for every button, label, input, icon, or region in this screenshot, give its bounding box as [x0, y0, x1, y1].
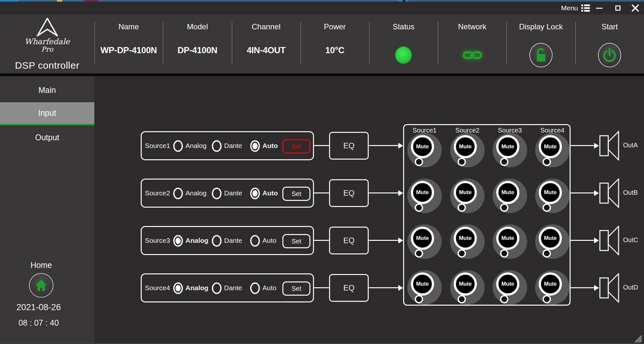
radio-label-auto: Auto [262, 227, 276, 254]
source1-radio-auto[interactable] [250, 140, 260, 152]
source3-set-button[interactable]: Set [282, 234, 310, 248]
display-lock-button[interactable] [529, 43, 553, 67]
mute-knob-face: Mute [411, 181, 434, 204]
connector-arrow [369, 285, 403, 291]
source2-radio-analog[interactable] [173, 188, 183, 199]
knob-pointer [458, 158, 466, 166]
knob-pointer [458, 295, 466, 303]
knob-pointer [415, 203, 423, 212]
minimize-icon [596, 8, 602, 9]
mute-knob-outA-source1[interactable]: Mute [407, 133, 442, 167]
source4-set-button[interactable]: Set [282, 281, 310, 296]
resize-grip[interactable] [634, 334, 642, 343]
wharfedale-chevron-icon [35, 17, 60, 37]
source2-eq-button[interactable]: EQ [329, 179, 369, 207]
speaker-icon [599, 131, 620, 161]
source-label: Source1 [145, 132, 170, 159]
source2-radio-auto[interactable] [250, 188, 260, 199]
home-button[interactable] [29, 273, 53, 298]
speaker-icon [599, 273, 620, 303]
mute-knob-outA-source2[interactable]: Mute [450, 133, 485, 167]
sidebar-item-input[interactable]: Input [0, 102, 94, 125]
mute-knob-outB-source1[interactable]: Mute [407, 179, 442, 213]
source1-radio-analog[interactable] [173, 140, 183, 152]
mute-knob-outA-source4[interactable]: Mute [535, 133, 570, 167]
mute-knob-face: Mute [539, 135, 562, 158]
output-label-outC: OutC [623, 236, 638, 244]
header-field-status: Status [369, 15, 438, 74]
source3-config-box: Source3 Analog Dante Auto Set [141, 226, 314, 255]
knob-pointer [543, 158, 551, 166]
title-bar: Menu [0, 2, 644, 15]
menu-list-icon [581, 5, 590, 12]
output-label-outA: OutA [623, 142, 638, 149]
radio-label-dante: Dante [224, 180, 242, 207]
channel-value: 4IN-4OUT [247, 45, 286, 55]
maximize-button[interactable] [614, 4, 622, 12]
mute-knob-face: Mute [454, 181, 477, 204]
network-button[interactable] [462, 42, 482, 68]
mute-knob-outA-source3[interactable]: Mute [493, 133, 527, 167]
header-divider [0, 74, 644, 76]
minimize-button[interactable] [595, 4, 603, 12]
source3-eq-button[interactable]: EQ [329, 227, 369, 254]
mute-knob-face: Mute [454, 272, 477, 296]
source4-eq-button[interactable]: EQ [329, 274, 369, 302]
mute-knob-face: Mute [496, 135, 519, 158]
connector-arrow [369, 238, 403, 243]
mute-knob-outD-source2[interactable]: Mute [450, 270, 485, 305]
field-label: Model [187, 22, 208, 31]
mute-knob-outC-source2[interactable]: Mute [450, 224, 485, 259]
menu-button[interactable]: Menu [561, 4, 590, 12]
mute-knob-outD-source4[interactable]: Mute [535, 270, 570, 305]
knob-pointer [500, 203, 508, 212]
mute-knob-outD-source3[interactable]: Mute [493, 270, 527, 305]
source-label: Source4 [145, 274, 170, 301]
field-label: Name [118, 22, 139, 31]
mute-knob-outC-source4[interactable]: Mute [535, 224, 570, 259]
time-text: 08 : 07 : 40 [0, 318, 77, 328]
source2-set-button[interactable]: Set [282, 187, 310, 201]
mute-knob-face: Mute [454, 227, 477, 250]
source4-radio-auto[interactable] [250, 282, 260, 294]
mute-knob-outB-source4[interactable]: Mute [535, 179, 570, 213]
mute-knob-face: Mute [539, 272, 562, 296]
source2-radio-dante[interactable] [212, 188, 222, 199]
source3-radio-analog[interactable] [173, 235, 183, 247]
header: Wharfedale Pro DSP controller Name WP-DP… [0, 15, 644, 74]
mute-knob-face: Mute [496, 181, 519, 204]
date-text: 2021-08-26 [0, 302, 77, 312]
source4-radio-dante[interactable] [212, 282, 222, 294]
source-label: Source3 [145, 227, 170, 254]
input-routing-panel: Source1 Analog Dante Auto Set EQ Source2… [94, 76, 644, 344]
brand-sub-name: Pro [41, 46, 53, 53]
mute-knob-outC-source1[interactable]: Mute [407, 224, 442, 259]
radio-label-analog: Analog [185, 227, 208, 254]
temperature-value: 10°C [325, 45, 344, 55]
close-button[interactable] [631, 4, 639, 12]
field-label: Status [393, 22, 414, 31]
mute-knob-outB-source3[interactable]: Mute [493, 179, 527, 213]
mute-knob-face: Mute [539, 181, 562, 204]
connector-arrow [571, 238, 599, 243]
menu-label: Menu [561, 4, 578, 12]
source4-radio-analog[interactable] [173, 282, 183, 294]
source3-radio-auto[interactable] [250, 235, 260, 247]
mute-knob-outD-source1[interactable]: Mute [407, 270, 442, 305]
source1-eq-button[interactable]: EQ [329, 132, 369, 160]
mute-knob-outB-source2[interactable]: Mute [450, 179, 485, 213]
source3-radio-dante[interactable] [212, 235, 222, 247]
connector-line [314, 238, 329, 243]
connector-arrow [571, 190, 599, 196]
start-power-button[interactable] [598, 43, 621, 67]
source1-set-button[interactable]: Set [282, 139, 310, 153]
source1-radio-dante[interactable] [212, 140, 222, 152]
mute-knob-outC-source3[interactable]: Mute [493, 224, 527, 259]
knob-pointer [543, 203, 551, 212]
link-icon [462, 49, 482, 62]
sidebar-item-output[interactable]: Output [0, 125, 94, 149]
sidebar-item-main[interactable]: Main [0, 78, 94, 102]
radio-label-auto: Auto [262, 274, 276, 301]
header-field-network: Network [438, 15, 507, 74]
connector-arrow [571, 143, 599, 149]
